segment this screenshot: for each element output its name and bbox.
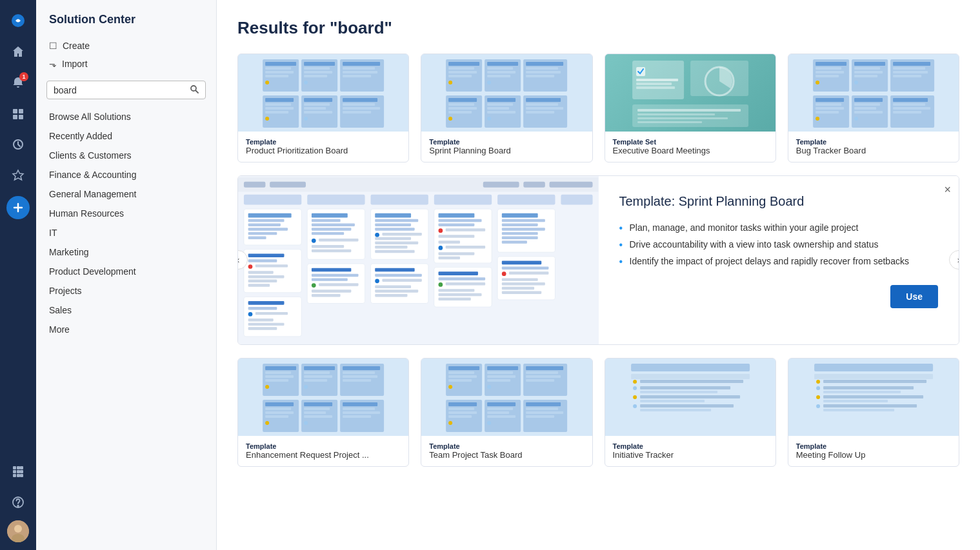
template-card-initiative-tracker[interactable]: TemplateInitiative Tracker	[605, 358, 776, 467]
sidebar-item-clients[interactable]: Clients & Customers	[36, 146, 216, 165]
template-card-executive-board[interactable]: Template SetExecutive Board Meetings	[605, 54, 776, 162]
template-name-product-prioritization: Product Prioritization Board	[246, 146, 401, 155]
svg-rect-63	[487, 62, 518, 66]
template-card-meeting-followup[interactable]: TemplateMeeting Follow Up	[788, 358, 959, 467]
svg-rect-212	[439, 223, 475, 226]
sidebar-item-sales[interactable]: Sales	[36, 300, 216, 320]
nav-grid-apps[interactable]	[5, 458, 31, 484]
svg-rect-283	[448, 375, 477, 378]
expanded-close-button[interactable]: ×	[944, 184, 951, 195]
sidebar-item-recently-added[interactable]: Recently Added	[36, 126, 216, 146]
svg-rect-88	[526, 107, 563, 110]
template-card-product-prioritization[interactable]: TemplateProduct Prioritization Board	[237, 54, 409, 162]
nav-logo[interactable]	[5, 8, 31, 34]
svg-point-158	[248, 264, 253, 269]
svg-rect-147	[561, 195, 592, 205]
svg-rect-267	[265, 415, 288, 418]
svg-rect-26	[265, 75, 288, 77]
svg-point-331	[816, 386, 820, 390]
svg-point-324	[633, 404, 637, 408]
svg-rect-76	[448, 107, 477, 110]
sidebar-item-hr[interactable]: Human Resources	[36, 204, 216, 223]
svg-point-186	[312, 283, 316, 288]
top-templates-grid: TemplateProduct Prioritization Board	[237, 54, 959, 162]
nav-avatar[interactable]	[7, 520, 29, 542]
template-name-initiative-tracker: Initiative Tracker	[613, 450, 768, 460]
svg-rect-142	[244, 195, 301, 205]
svg-rect-180	[312, 245, 344, 248]
svg-point-44	[265, 117, 269, 121]
sidebar-item-more[interactable]: More	[36, 320, 216, 339]
nav-home[interactable]	[5, 39, 31, 64]
expanded-use-button[interactable]: Use	[890, 285, 938, 308]
svg-rect-194	[375, 228, 414, 230]
svg-rect-93	[636, 83, 672, 85]
sidebar-item-marketing[interactable]: Marketing	[36, 242, 216, 262]
nav-notifications[interactable]: 1	[5, 70, 31, 95]
svg-point-195	[375, 233, 379, 237]
svg-rect-253	[304, 366, 335, 370]
sidebar-search-box[interactable]	[46, 81, 206, 99]
svg-rect-110	[854, 67, 880, 70]
search-input[interactable]	[54, 85, 190, 95]
svg-rect-149	[248, 213, 292, 218]
svg-rect-64	[487, 67, 513, 70]
svg-point-318	[633, 386, 637, 390]
svg-rect-52	[343, 98, 377, 102]
svg-rect-99	[637, 113, 715, 115]
svg-rect-307	[487, 415, 515, 418]
sidebar-item-general[interactable]: General Management	[36, 184, 216, 204]
template-card-bug-tracker[interactable]: TemplateBug Tracker Board	[788, 54, 959, 162]
svg-rect-59	[448, 71, 477, 74]
svg-rect-279	[343, 415, 371, 418]
sidebar-item-product-dev[interactable]: Product Development	[36, 262, 216, 281]
svg-point-204	[375, 279, 379, 283]
svg-rect-138	[270, 182, 306, 188]
svg-rect-9	[20, 466, 23, 469]
svg-rect-170	[248, 323, 285, 326]
svg-point-19	[14, 525, 22, 533]
svg-rect-57	[448, 62, 479, 66]
sidebar-item-it[interactable]: IT	[36, 223, 216, 242]
svg-point-329	[816, 380, 820, 384]
svg-rect-132	[893, 98, 928, 102]
svg-rect-122	[815, 107, 844, 110]
svg-rect-294	[526, 371, 558, 374]
nav-recents[interactable]	[5, 132, 31, 157]
svg-rect-25	[265, 71, 294, 74]
sidebar-item-finance[interactable]: Finance & Accounting	[36, 165, 216, 184]
svg-rect-71	[526, 71, 561, 74]
expanded-bullets-list: Plan, manage, and monitor tasks within y…	[619, 219, 939, 270]
svg-rect-330	[823, 380, 926, 383]
svg-point-337	[816, 404, 820, 408]
svg-rect-12	[20, 470, 23, 473]
search-icon[interactable]	[190, 84, 199, 95]
nav-favorites[interactable]	[5, 162, 31, 188]
sidebar-item-browse-all[interactable]: Browse All Solutions	[36, 107, 216, 126]
template-card-team-project[interactable]: TemplateTeam Project Task Board	[421, 358, 592, 467]
svg-rect-156	[248, 253, 285, 257]
svg-rect-165	[248, 301, 285, 305]
sidebar-create[interactable]: ☐ Create	[36, 37, 216, 55]
svg-rect-94	[636, 86, 675, 89]
svg-rect-226	[439, 289, 475, 291]
svg-rect-82	[487, 107, 509, 110]
expanded-bullet-item: Plan, manage, and monitor tasks within y…	[619, 219, 939, 236]
nav-help[interactable]	[5, 489, 31, 515]
sidebar-item-projects[interactable]: Projects	[36, 281, 216, 300]
template-thumb-team-project	[421, 358, 592, 436]
svg-point-274	[304, 421, 308, 425]
svg-rect-198	[375, 241, 418, 244]
svg-rect-264	[265, 402, 294, 406]
svg-rect-244	[502, 287, 534, 290]
svg-point-213	[439, 228, 443, 233]
template-card-sprint-planning[interactable]: TemplateSprint Planning Board	[421, 54, 592, 162]
template-card-enhancement-request[interactable]: TemplateEnhancement Request Project ...	[237, 358, 409, 467]
sidebar-import[interactable]: ⬎ Import	[36, 55, 216, 73]
svg-rect-13	[13, 474, 16, 477]
svg-rect-335	[823, 395, 923, 398]
nav-browse[interactable]	[5, 101, 31, 126]
nav-add-button[interactable]	[6, 196, 30, 219]
svg-rect-295	[526, 375, 561, 378]
svg-rect-37	[343, 71, 377, 74]
